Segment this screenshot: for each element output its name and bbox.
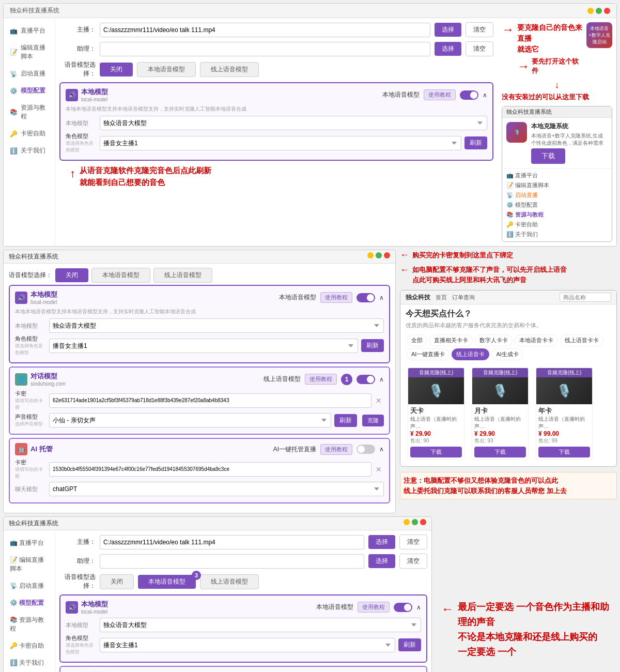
host-clear-btn[interactable]: 清空 <box>466 22 493 37</box>
bot-assistant-select[interactable]: 选择 <box>368 554 395 568</box>
local-tutorial-btn[interactable]: 使用教程 <box>424 89 456 100</box>
bot-assistant-input[interactable] <box>100 554 364 569</box>
mid-local-model-select[interactable]: 独众语音大模型 <box>49 318 384 333</box>
product-2-btn[interactable]: 下载 <box>474 447 526 457</box>
close-btn[interactable] <box>604 8 610 14</box>
product-3-btn[interactable]: 下载 <box>538 447 590 457</box>
product-3-badge: 音频克隆(线上) <box>536 368 592 377</box>
filter-live[interactable]: 直播相关卡卡 <box>429 334 473 346</box>
bot-close[interactable] <box>420 519 426 525</box>
mid-role-select[interactable]: 播音女主播1 <box>49 339 358 353</box>
sidebar-item-model-config[interactable]: ⚙️ 模型配置 <box>4 82 55 99</box>
store-nav-order[interactable]: 订单查询 <box>452 294 475 301</box>
mid-tab-local[interactable]: 本地语音模型 <box>91 268 150 283</box>
mid-tab-close[interactable]: 关闭 <box>55 268 88 282</box>
bot-tab-local[interactable]: 本地语音模型 <box>138 575 196 589</box>
mid-minimize[interactable] <box>367 252 374 258</box>
store-titlebar: 独众科技 首页 订单查询 <box>400 291 616 304</box>
bot-host-select[interactable]: 选择 <box>368 535 395 549</box>
inner-sidebar-card[interactable]: 🔑 卡密自助 <box>502 220 612 230</box>
bot-sidebar-start[interactable]: 📡 启动直播 <box>4 577 55 594</box>
bot-maximize[interactable] <box>412 519 418 525</box>
maximize-btn[interactable] <box>596 8 602 14</box>
collapse-icon[interactable]: ∧ <box>483 91 487 99</box>
bot-sidebar-edit[interactable]: 📝 编辑直播脚本 <box>4 552 55 577</box>
role-model-select[interactable]: 播音女主播1 <box>100 136 461 150</box>
bot-host-input[interactable] <box>100 535 364 549</box>
assistant-input[interactable] <box>100 42 430 56</box>
inner-app-bar: 独众科技直播系统 <box>502 106 612 118</box>
sidebar-item-start-live[interactable]: 📡 启动直播 <box>4 65 55 82</box>
product-1-desc: 线上语音（直播时的声… <box>410 416 462 430</box>
tab-local[interactable]: 本地语音模型 <box>137 62 196 77</box>
filter-all[interactable]: 全部 <box>407 334 427 346</box>
sidebar-item-live-platform[interactable]: 📺 直播平台 <box>4 22 55 39</box>
sidebar-item-resources[interactable]: 📚 资源与教程 <box>4 99 55 125</box>
sidebar-item-card-assist[interactable]: 🔑 卡密自助 <box>4 125 55 142</box>
assistant-clear-btn[interactable]: 清空 <box>466 41 493 56</box>
bot-tab-online[interactable]: 线上语音模型 <box>200 574 259 589</box>
ai-tutorial[interactable]: 使用教程 <box>320 444 352 455</box>
mid-close[interactable] <box>384 252 390 258</box>
bot-tab-close[interactable]: 关闭 <box>100 574 134 589</box>
mid-tab-online[interactable]: 线上语音模型 <box>153 268 212 283</box>
filter-ai-live[interactable]: AI一键直播卡 <box>407 348 450 360</box>
filter-online-voice-card[interactable]: 线上语音卡 <box>452 348 489 360</box>
inner-sidebar-about[interactable]: ℹ️ 关于我们 <box>502 230 612 239</box>
ai-chat-select[interactable]: chatGPT <box>49 482 384 496</box>
sidebar-item-edit-script[interactable]: 📝 编辑直播脚本 <box>4 39 55 65</box>
online-tutorial[interactable]: 使用教程 <box>305 374 337 385</box>
tab-online[interactable]: 线上语音模型 <box>200 62 259 77</box>
download-btn[interactable]: 下载 <box>531 148 565 164</box>
online-clone[interactable]: 克隆 <box>362 415 384 426</box>
sidebar-item-about[interactable]: ℹ️ 关于我们 <box>4 142 55 159</box>
host-select-btn[interactable]: 选择 <box>435 23 461 37</box>
bot-sidebar-model[interactable]: ⚙️ 模型配置 <box>4 594 55 612</box>
bot-local-model-select[interactable]: 独众语音大模型 <box>100 618 421 632</box>
store-search[interactable] <box>560 293 611 302</box>
bot-sidebar-live[interactable]: 📺 直播平台 <box>4 534 55 552</box>
product-1-btn[interactable]: 下载 <box>410 447 462 457</box>
bot-local-tutorial[interactable]: 使用教程 <box>358 602 390 613</box>
bot-role-select[interactable]: 播音女主播1 <box>100 638 395 652</box>
mid-local-tutorial[interactable]: 使用教程 <box>320 292 352 303</box>
ai-card-input[interactable] <box>49 462 371 477</box>
online-card-input[interactable] <box>49 393 371 408</box>
assistant-select-btn[interactable]: 选择 <box>435 42 461 56</box>
bot-local-toggle[interactable] <box>394 603 412 612</box>
filter-ai-gen[interactable]: AI生成卡 <box>491 348 523 360</box>
online-refresh[interactable]: 刷新 <box>334 414 357 427</box>
local-model-select[interactable]: 独众语音大模型 <box>100 116 487 130</box>
inner-sidebar-resources[interactable]: 📚 资源与教程 <box>502 210 612 220</box>
mid-local-toggle[interactable] <box>357 293 375 302</box>
refresh-btn-1[interactable]: 刷新 <box>464 136 487 149</box>
local-model-toggle[interactable] <box>460 90 478 100</box>
bot-assistant-clear[interactable]: 清空 <box>399 554 427 569</box>
bottom-titlebar: 独众科技直播系统 <box>4 517 431 530</box>
ai-card-clear[interactable]: ✕ <box>374 465 384 474</box>
store-nav-home[interactable]: 首页 <box>436 294 447 301</box>
bot-minimize[interactable] <box>404 519 410 525</box>
inner-sidebar-start[interactable]: 📡 启动直播 <box>502 190 612 200</box>
bot-sidebar-card[interactable]: 🔑 卡密自助 <box>4 637 55 654</box>
mid-refresh-1[interactable]: 刷新 <box>361 339 384 352</box>
inner-sidebar-model[interactable]: ⚙️ 模型配置 <box>502 200 612 210</box>
bot-sidebar-resources[interactable]: 📚 资源与教程 <box>4 612 55 637</box>
mid-maximize[interactable] <box>376 252 382 258</box>
filter-digital[interactable]: 数字人卡卡 <box>475 334 513 346</box>
filter-online-voice[interactable]: 线上语音卡卡 <box>560 334 603 346</box>
install-annotation: 要先打开这个软件 <box>532 57 583 75</box>
online-toggle[interactable] <box>357 375 375 384</box>
host-input[interactable] <box>100 23 430 37</box>
bot-sidebar-about[interactable]: ℹ️ 关于我们 <box>4 654 55 671</box>
inner-sidebar-live[interactable]: 📺 直播平台 <box>502 171 612 180</box>
ai-toggle[interactable] <box>357 445 375 454</box>
bot-refresh[interactable]: 刷新 <box>398 638 421 651</box>
online-voice-select[interactable]: 小仙 - 亲切女声 <box>49 413 331 427</box>
online-card-clear[interactable]: ✕ <box>374 396 384 405</box>
filter-local-voice[interactable]: 本地语音卡卡 <box>515 334 558 346</box>
bot-host-clear[interactable]: 清空 <box>399 534 427 549</box>
minimize-btn[interactable] <box>587 8 594 14</box>
tab-close[interactable]: 关闭 <box>100 63 133 77</box>
inner-sidebar-edit[interactable]: 📝 编辑直播脚本 <box>502 180 612 190</box>
